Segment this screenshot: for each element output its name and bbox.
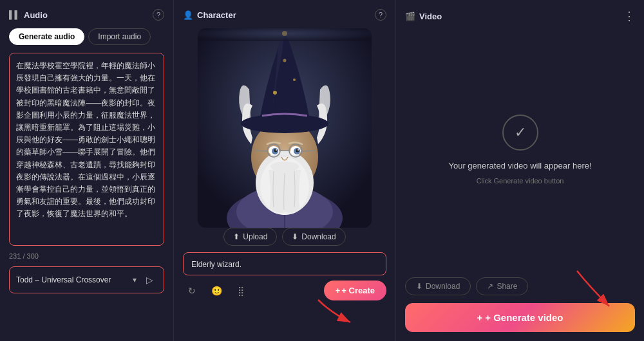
plus-icon: +: [336, 286, 341, 295]
placeholder-title: Your generated video will appear here!: [448, 161, 591, 170]
description-input[interactable]: [191, 260, 378, 269]
video-panel-header: 🎬 Video ⋮: [405, 9, 635, 23]
audio-panel-header: ▌▌ Audio ?: [9, 9, 164, 21]
character-tools: ↻ 🙂 ⣿ + + Create: [183, 281, 386, 300]
voice-label: Todd – Universal Crossover: [16, 275, 133, 284]
more-icon: ⋮: [623, 10, 635, 23]
audio-tabs: Generate audio Import audio: [9, 28, 164, 45]
svg-point-16: [276, 149, 277, 151]
share-icon: ↗: [487, 282, 493, 291]
char-count: 231 / 300: [9, 252, 164, 260]
character-help-button[interactable]: ?: [375, 9, 386, 21]
video-panel: 🎬 Video ⋮ ✓ Your generated video will ap…: [396, 0, 644, 341]
svg-point-25: [293, 78, 296, 81]
character-icon: 👤: [183, 10, 193, 20]
tab-import-audio[interactable]: Import audio: [88, 28, 151, 45]
audio-panel-title: ▌▌ Audio: [9, 10, 48, 20]
placeholder-subtitle: Click Generate video button: [477, 177, 564, 185]
face-icon[interactable]: 🙂: [207, 282, 225, 300]
character-panel: 👤 Character ?: [174, 0, 396, 341]
audio-help-button[interactable]: ?: [153, 9, 164, 21]
svg-point-9: [270, 161, 299, 172]
video-download-icon: ⬇: [416, 282, 422, 291]
voice-selector[interactable]: Todd – Universal Crossover ▾ ▷: [9, 266, 164, 293]
svg-point-24: [273, 91, 277, 95]
upload-button[interactable]: ⬆ Upload: [223, 228, 277, 246]
more-menu-button[interactable]: ⋮: [623, 9, 635, 23]
refresh-icon[interactable]: ↻: [183, 282, 201, 300]
create-button[interactable]: + + Create: [324, 281, 386, 300]
video-placeholder: ✓ Your generated video will appear here!…: [405, 31, 635, 268]
description-input-wrap[interactable]: [183, 252, 386, 275]
character-panel-header: 👤 Character ?: [183, 9, 386, 21]
download-button[interactable]: ⬇ Download: [282, 228, 345, 246]
character-image: [198, 28, 372, 228]
video-share-button[interactable]: ↗ Share: [476, 277, 528, 295]
svg-rect-28: [198, 28, 372, 41]
video-actions: ⬇ Download ↗ Share: [405, 277, 635, 295]
svg-line-22: [302, 151, 315, 151]
video-panel-title: 🎬 Video: [405, 12, 442, 21]
generate-button-container: + + Generate video: [405, 303, 635, 332]
checkmark-circle: ✓: [502, 115, 538, 151]
svg-line-21: [254, 151, 267, 151]
character-actions: ⬆ Upload ⬇ Download: [223, 228, 345, 246]
character-bottom: ↻ 🙂 ⣿ + + Create: [183, 252, 386, 300]
svg-point-17: [298, 149, 299, 151]
download-icon: ⬇: [292, 232, 298, 241]
voice-play-button[interactable]: ▷: [142, 272, 157, 288]
svg-point-14: [274, 149, 278, 152]
chevron-down-icon: ▾: [133, 275, 137, 284]
tab-generate-audio[interactable]: Generate audio: [9, 28, 84, 45]
svg-point-26: [283, 59, 287, 62]
tool-icons: ↻ 🙂 ⣿: [183, 282, 250, 300]
video-download-button[interactable]: ⬇ Download: [405, 277, 471, 295]
generate-video-button[interactable]: + + Generate video: [405, 303, 635, 332]
wizard-svg: [198, 28, 372, 228]
character-panel-title: 👤 Character: [183, 10, 236, 20]
svg-point-15: [296, 149, 299, 152]
grid-icon[interactable]: ⣿: [232, 282, 250, 300]
audio-text-area[interactable]: 在魔法學校霍空學院裡，年輕的魔法師小辰發現自己擁有強大的力量。一天，他在學校圖書…: [9, 53, 164, 246]
audio-panel: ▌▌ Audio ? Generate audio Import audio 在…: [0, 0, 174, 341]
generate-plus-icon: +: [477, 312, 482, 323]
audio-wave-icon: ▌▌: [9, 10, 20, 19]
upload-icon: ⬆: [233, 232, 240, 241]
video-icon: 🎬: [405, 12, 415, 21]
